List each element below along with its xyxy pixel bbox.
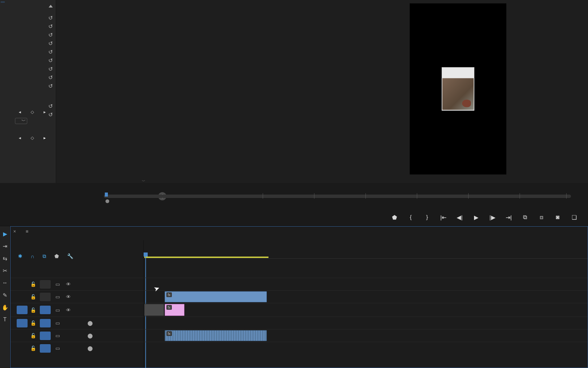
scrub-playhead[interactable] [105,193,108,197]
toggle-output-icon[interactable]: ▭ [53,294,62,300]
lock-icon[interactable]: 🔓 [29,294,37,300]
reset-icon[interactable]: ↺ [48,49,53,55]
step-back-button[interactable]: ◀| [456,214,463,221]
reset-icon[interactable]: ↺ [48,111,53,118]
reset-icon[interactable]: ↺ [48,83,53,89]
voiceover-record-icon[interactable]: ⬤ [86,346,94,351]
prev-key-icon[interactable]: ◂ [19,135,21,140]
prev-key-icon[interactable]: ◂ [19,109,21,114]
lane-a1[interactable] [144,317,588,329]
toggle-output-icon[interactable]: ▭ [53,320,62,326]
track-select-tool[interactable]: ⇥ [2,243,9,249]
track-header-a1[interactable]: 🔓 ▭ ⬤ [11,317,143,329]
track-header-v1[interactable]: 🔓 ▭ 👁 [11,303,143,317]
reset-icon[interactable]: ↺ [48,74,53,81]
clip-pink-v1[interactable]: fx [165,304,184,316]
effect-item-name[interactable] [1,1,5,3]
go-to-out-button[interactable]: ⇥| [505,214,512,221]
marker-icon[interactable]: ⬟ [54,253,59,259]
track-header-v2[interactable]: 🔓 ▭ 👁 [11,290,143,303]
ripple-edit-tool[interactable]: ⇆ [2,255,9,262]
program-scrubber[interactable] [104,193,571,200]
work-area-bar[interactable] [144,257,268,258]
target-v2[interactable] [40,293,51,301]
reset-icon[interactable]: ↺ [48,23,53,30]
clip-thumb-v1[interactable] [144,304,164,316]
effect-play-toggle-icon[interactable] [49,5,53,7]
eye-icon[interactable]: 👁 [64,281,72,287]
reset-icon[interactable]: ↺ [48,57,53,64]
hand-tool[interactable]: ✋ [2,304,9,311]
target-a1[interactable] [40,319,51,327]
mark-in-button[interactable]: { [407,214,414,221]
eye-icon[interactable]: 👁 [64,294,72,300]
scrub-zoom-knob[interactable] [105,199,109,203]
target-v3[interactable] [40,280,51,289]
lock-icon[interactable]: 🔓 [29,333,37,338]
source-v1[interactable] [17,306,28,314]
source-a1[interactable] [17,319,28,327]
lane-v3[interactable] [144,278,588,290]
next-key-icon-active[interactable]: ▸ [44,135,46,140]
program-viewport[interactable] [410,3,506,174]
voiceover-record-icon[interactable]: ⬤ [86,320,94,326]
snap-toggle[interactable]: ∩ [31,254,34,259]
clip-video-v2[interactable]: fx [165,291,267,302]
razor-tool[interactable]: ✂ [2,267,9,274]
toggle-output-icon[interactable]: ▭ [53,307,62,313]
reset-icon[interactable]: ↺ [48,103,53,109]
interpolation-dropdown[interactable]: ﹀ [15,118,27,124]
lane-v2[interactable]: fx [144,290,588,303]
play-button[interactable]: ▶ [472,214,480,221]
reset-icon[interactable]: ↺ [48,40,53,47]
track-header-a2[interactable]: 🔓 ▭ ⬤ [11,329,143,342]
pen-tool[interactable]: ✎ [2,292,9,298]
lane-a3[interactable] [144,342,588,354]
reset-icon[interactable]: ↺ [48,66,53,72]
timeline-body[interactable]: fx fx fx ➤ [143,240,588,368]
toggle-output-icon[interactable]: ▭ [53,333,62,338]
mark-out-button[interactable]: } [423,214,431,221]
toggle-output-icon[interactable]: ▭ [53,346,62,351]
lock-icon[interactable]: 🔓 [29,281,37,287]
step-forward-button[interactable]: |▶ [489,214,496,221]
key-diamond-icon[interactable]: ◇ [31,135,34,140]
sequence-tab-menu-icon[interactable]: ≡ [26,229,28,234]
target-a3[interactable] [40,344,51,353]
lock-icon[interactable]: 🔓 [29,307,37,313]
sequence-tab-close[interactable]: × [13,229,16,234]
track-header-v3[interactable]: 🔓 ▭ 👁 [11,278,143,290]
slip-tool[interactable]: ↔ [2,279,9,286]
settings-wrench-icon[interactable]: 🔧 [67,253,74,259]
export-frame-button[interactable]: ◙ [554,214,561,221]
track-header-a3[interactable]: 🔓 ▭ ⬤ [11,342,143,354]
target-v1[interactable] [40,306,51,314]
keyframe-nav[interactable]: ◂ ◇ ▸ [19,109,46,114]
type-tool[interactable]: T [2,316,9,323]
add-marker-button[interactable]: ⬟ [391,214,398,221]
voiceover-record-icon[interactable]: ⬤ [86,333,94,338]
next-key-icon[interactable]: ▸ [44,109,46,114]
lane-a2[interactable]: fx [144,329,588,342]
linked-selection-toggle[interactable]: ⧉ [43,253,46,259]
lift-button[interactable]: ⧉ [521,214,529,221]
zoom-fit-select[interactable]: ﹀ [123,179,145,184]
timeline-ruler[interactable] [144,248,588,259]
toggle-output-icon[interactable]: ▭ [53,281,62,287]
reset-icon[interactable]: ↺ [48,32,53,38]
target-a2[interactable] [40,332,51,340]
reset-icon[interactable]: ↺ [48,15,53,21]
extract-button[interactable]: ⧈ [538,214,545,221]
key-diamond-icon[interactable]: ◇ [31,109,34,114]
selection-tool[interactable]: ▶ [2,230,9,237]
insert-overwrite-toggle[interactable]: ✱ [18,253,22,259]
clip-audio-a2[interactable]: fx [165,330,267,341]
go-to-in-button[interactable]: |⇤ [440,214,447,221]
lock-icon[interactable]: 🔓 [29,346,37,351]
comparison-view-button[interactable]: ❏ [570,214,578,221]
lock-icon[interactable]: 🔓 [29,320,37,326]
lane-v1[interactable]: fx [144,303,588,317]
eye-icon[interactable]: 👁 [64,307,72,313]
timeline-playhead[interactable] [144,252,148,257]
keyframe-nav-2[interactable]: ◂ ◇ ▸ [19,135,46,140]
